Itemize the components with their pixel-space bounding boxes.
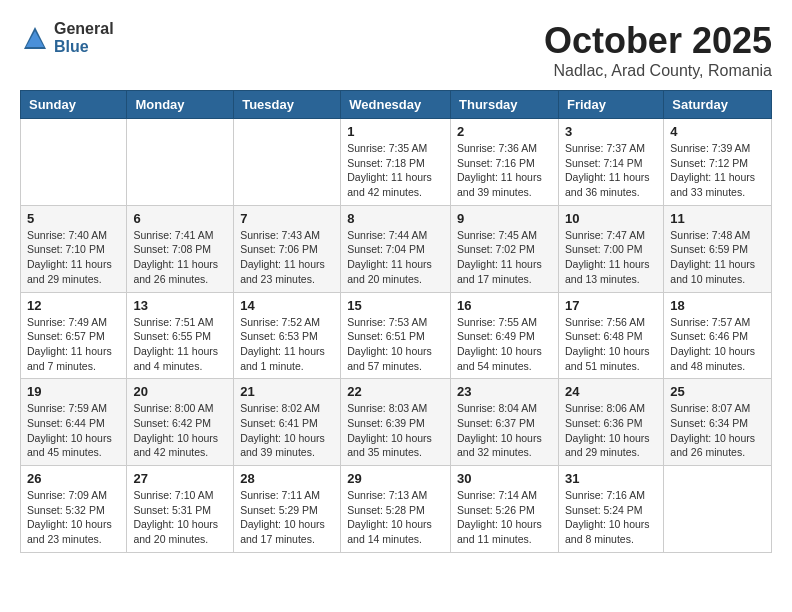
- day-number: 30: [457, 471, 552, 486]
- calendar-week-row: 5Sunrise: 7:40 AM Sunset: 7:10 PM Daylig…: [21, 205, 772, 292]
- day-number: 13: [133, 298, 227, 313]
- day-info: Sunrise: 7:57 AM Sunset: 6:46 PM Dayligh…: [670, 315, 765, 374]
- day-info: Sunrise: 7:55 AM Sunset: 6:49 PM Dayligh…: [457, 315, 552, 374]
- day-info: Sunrise: 7:14 AM Sunset: 5:26 PM Dayligh…: [457, 488, 552, 547]
- calendar-cell: 8Sunrise: 7:44 AM Sunset: 7:04 PM Daylig…: [341, 205, 451, 292]
- day-info: Sunrise: 7:43 AM Sunset: 7:06 PM Dayligh…: [240, 228, 334, 287]
- day-number: 6: [133, 211, 227, 226]
- calendar-week-row: 12Sunrise: 7:49 AM Sunset: 6:57 PM Dayli…: [21, 292, 772, 379]
- calendar-week-row: 26Sunrise: 7:09 AM Sunset: 5:32 PM Dayli…: [21, 466, 772, 553]
- day-number: 22: [347, 384, 444, 399]
- calendar-cell: 30Sunrise: 7:14 AM Sunset: 5:26 PM Dayli…: [451, 466, 559, 553]
- day-info: Sunrise: 7:13 AM Sunset: 5:28 PM Dayligh…: [347, 488, 444, 547]
- calendar-cell: 25Sunrise: 8:07 AM Sunset: 6:34 PM Dayli…: [664, 379, 772, 466]
- day-number: 18: [670, 298, 765, 313]
- day-info: Sunrise: 7:39 AM Sunset: 7:12 PM Dayligh…: [670, 141, 765, 200]
- day-info: Sunrise: 7:52 AM Sunset: 6:53 PM Dayligh…: [240, 315, 334, 374]
- calendar-cell: 5Sunrise: 7:40 AM Sunset: 7:10 PM Daylig…: [21, 205, 127, 292]
- calendar-cell: 28Sunrise: 7:11 AM Sunset: 5:29 PM Dayli…: [234, 466, 341, 553]
- day-info: Sunrise: 7:51 AM Sunset: 6:55 PM Dayligh…: [133, 315, 227, 374]
- day-number: 25: [670, 384, 765, 399]
- calendar-cell: 17Sunrise: 7:56 AM Sunset: 6:48 PM Dayli…: [558, 292, 663, 379]
- day-number: 2: [457, 124, 552, 139]
- day-number: 26: [27, 471, 120, 486]
- day-number: 14: [240, 298, 334, 313]
- day-info: Sunrise: 8:00 AM Sunset: 6:42 PM Dayligh…: [133, 401, 227, 460]
- day-info: Sunrise: 7:41 AM Sunset: 7:08 PM Dayligh…: [133, 228, 227, 287]
- day-number: 4: [670, 124, 765, 139]
- day-number: 16: [457, 298, 552, 313]
- day-number: 23: [457, 384, 552, 399]
- calendar-cell: 13Sunrise: 7:51 AM Sunset: 6:55 PM Dayli…: [127, 292, 234, 379]
- day-info: Sunrise: 7:44 AM Sunset: 7:04 PM Dayligh…: [347, 228, 444, 287]
- calendar-table: SundayMondayTuesdayWednesdayThursdayFrid…: [20, 90, 772, 553]
- day-info: Sunrise: 7:40 AM Sunset: 7:10 PM Dayligh…: [27, 228, 120, 287]
- logo: General Blue: [20, 20, 114, 55]
- day-info: Sunrise: 7:37 AM Sunset: 7:14 PM Dayligh…: [565, 141, 657, 200]
- calendar-cell: 11Sunrise: 7:48 AM Sunset: 6:59 PM Dayli…: [664, 205, 772, 292]
- day-info: Sunrise: 8:04 AM Sunset: 6:37 PM Dayligh…: [457, 401, 552, 460]
- calendar-cell: 29Sunrise: 7:13 AM Sunset: 5:28 PM Dayli…: [341, 466, 451, 553]
- weekday-header: Friday: [558, 91, 663, 119]
- weekday-header-row: SundayMondayTuesdayWednesdayThursdayFrid…: [21, 91, 772, 119]
- day-number: 21: [240, 384, 334, 399]
- calendar-cell: 31Sunrise: 7:16 AM Sunset: 5:24 PM Dayli…: [558, 466, 663, 553]
- calendar-cell: [664, 466, 772, 553]
- day-number: 9: [457, 211, 552, 226]
- day-info: Sunrise: 7:36 AM Sunset: 7:16 PM Dayligh…: [457, 141, 552, 200]
- calendar-cell: 3Sunrise: 7:37 AM Sunset: 7:14 PM Daylig…: [558, 119, 663, 206]
- calendar-cell: 2Sunrise: 7:36 AM Sunset: 7:16 PM Daylig…: [451, 119, 559, 206]
- calendar-cell: 22Sunrise: 8:03 AM Sunset: 6:39 PM Dayli…: [341, 379, 451, 466]
- calendar-cell: 15Sunrise: 7:53 AM Sunset: 6:51 PM Dayli…: [341, 292, 451, 379]
- calendar-cell: [127, 119, 234, 206]
- day-number: 29: [347, 471, 444, 486]
- day-info: Sunrise: 7:11 AM Sunset: 5:29 PM Dayligh…: [240, 488, 334, 547]
- calendar-week-row: 19Sunrise: 7:59 AM Sunset: 6:44 PM Dayli…: [21, 379, 772, 466]
- calendar-cell: 4Sunrise: 7:39 AM Sunset: 7:12 PM Daylig…: [664, 119, 772, 206]
- weekday-header: Tuesday: [234, 91, 341, 119]
- calendar-week-row: 1Sunrise: 7:35 AM Sunset: 7:18 PM Daylig…: [21, 119, 772, 206]
- weekday-header: Thursday: [451, 91, 559, 119]
- calendar-cell: 6Sunrise: 7:41 AM Sunset: 7:08 PM Daylig…: [127, 205, 234, 292]
- day-number: 20: [133, 384, 227, 399]
- day-number: 17: [565, 298, 657, 313]
- logo-text: General Blue: [54, 20, 114, 55]
- calendar-cell: 18Sunrise: 7:57 AM Sunset: 6:46 PM Dayli…: [664, 292, 772, 379]
- calendar-cell: 27Sunrise: 7:10 AM Sunset: 5:31 PM Dayli…: [127, 466, 234, 553]
- day-number: 8: [347, 211, 444, 226]
- calendar-cell: 24Sunrise: 8:06 AM Sunset: 6:36 PM Dayli…: [558, 379, 663, 466]
- calendar-cell: 20Sunrise: 8:00 AM Sunset: 6:42 PM Dayli…: [127, 379, 234, 466]
- weekday-header: Saturday: [664, 91, 772, 119]
- day-info: Sunrise: 7:48 AM Sunset: 6:59 PM Dayligh…: [670, 228, 765, 287]
- weekday-header: Wednesday: [341, 91, 451, 119]
- logo-blue: Blue: [54, 38, 114, 56]
- logo-general: General: [54, 20, 114, 38]
- day-number: 24: [565, 384, 657, 399]
- day-info: Sunrise: 7:10 AM Sunset: 5:31 PM Dayligh…: [133, 488, 227, 547]
- calendar-cell: 23Sunrise: 8:04 AM Sunset: 6:37 PM Dayli…: [451, 379, 559, 466]
- calendar-cell: 7Sunrise: 7:43 AM Sunset: 7:06 PM Daylig…: [234, 205, 341, 292]
- month-title: October 2025: [544, 20, 772, 62]
- logo-icon: [20, 23, 50, 53]
- calendar-cell: [21, 119, 127, 206]
- calendar-cell: 14Sunrise: 7:52 AM Sunset: 6:53 PM Dayli…: [234, 292, 341, 379]
- day-number: 31: [565, 471, 657, 486]
- day-info: Sunrise: 7:47 AM Sunset: 7:00 PM Dayligh…: [565, 228, 657, 287]
- day-number: 1: [347, 124, 444, 139]
- calendar-cell: 1Sunrise: 7:35 AM Sunset: 7:18 PM Daylig…: [341, 119, 451, 206]
- calendar-cell: 9Sunrise: 7:45 AM Sunset: 7:02 PM Daylig…: [451, 205, 559, 292]
- day-info: Sunrise: 8:07 AM Sunset: 6:34 PM Dayligh…: [670, 401, 765, 460]
- calendar-cell: 26Sunrise: 7:09 AM Sunset: 5:32 PM Dayli…: [21, 466, 127, 553]
- day-number: 7: [240, 211, 334, 226]
- day-info: Sunrise: 8:03 AM Sunset: 6:39 PM Dayligh…: [347, 401, 444, 460]
- day-info: Sunrise: 7:35 AM Sunset: 7:18 PM Dayligh…: [347, 141, 444, 200]
- day-info: Sunrise: 7:49 AM Sunset: 6:57 PM Dayligh…: [27, 315, 120, 374]
- calendar-cell: 21Sunrise: 8:02 AM Sunset: 6:41 PM Dayli…: [234, 379, 341, 466]
- day-info: Sunrise: 8:02 AM Sunset: 6:41 PM Dayligh…: [240, 401, 334, 460]
- day-number: 19: [27, 384, 120, 399]
- day-number: 11: [670, 211, 765, 226]
- calendar-cell: [234, 119, 341, 206]
- weekday-header: Sunday: [21, 91, 127, 119]
- day-info: Sunrise: 7:45 AM Sunset: 7:02 PM Dayligh…: [457, 228, 552, 287]
- weekday-header: Monday: [127, 91, 234, 119]
